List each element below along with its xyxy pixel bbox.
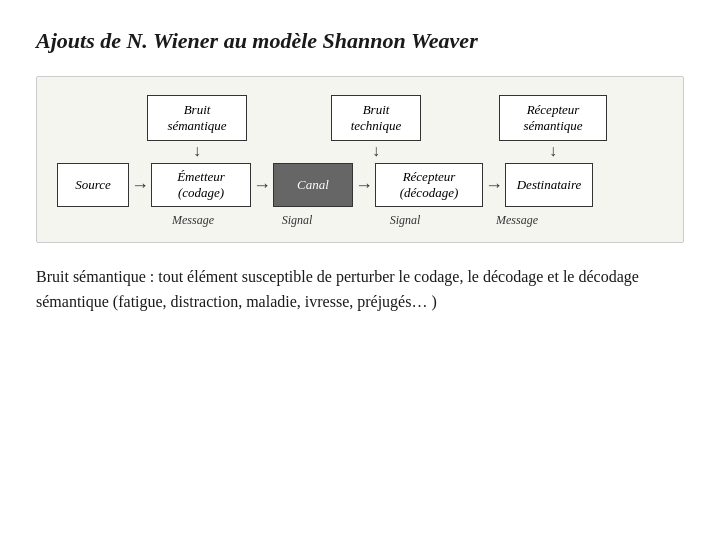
label-signal-left: Signal	[257, 213, 337, 228]
canal-box: Canal	[273, 163, 353, 207]
noise-row: Bruit sémantique Bruit technique Récepte…	[57, 95, 663, 141]
page-title: Ajouts de N. Wiener au modèle Shannon We…	[36, 28, 684, 54]
diagram: Bruit sémantique Bruit technique Récepte…	[36, 76, 684, 243]
flow-row: Source → Émetteur(codage) → Canal → Réce…	[57, 163, 663, 207]
arrow-right-2: →	[251, 176, 273, 194]
recepteur-semantique-box: Récepteur sémantique	[499, 95, 607, 141]
arrow-right-3: →	[353, 176, 375, 194]
arrow-noise1-down: ↓	[147, 143, 247, 159]
description-text: Bruit sémantique : tout élément suscepti…	[36, 265, 684, 315]
bruit-technique-box: Bruit technique	[331, 95, 421, 141]
labels-row: Message Signal Signal Message	[57, 213, 663, 228]
source-box: Source	[57, 163, 129, 207]
recepteur-decodage-box: Récepteur(décodage)	[375, 163, 483, 207]
arrow-noise3-down: ↓	[499, 143, 607, 159]
arrow-noise2-down: ↓	[331, 143, 421, 159]
arrow-right-1: →	[129, 176, 151, 194]
label-signal-right: Signal	[351, 213, 459, 228]
label-message-right: Message	[473, 213, 561, 228]
arrows-row: ↓ ↓ ↓	[57, 141, 663, 161]
emetteur-box: Émetteur(codage)	[151, 163, 251, 207]
label-message-left: Message	[143, 213, 243, 228]
page: Ajouts de N. Wiener au modèle Shannon We…	[0, 0, 720, 540]
bruit-semantique-left-box: Bruit sémantique	[147, 95, 247, 141]
destinataire-box: Destinataire	[505, 163, 593, 207]
arrow-right-4: →	[483, 176, 505, 194]
